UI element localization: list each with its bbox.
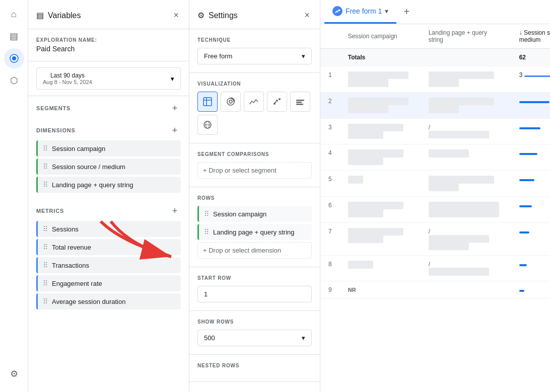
metric-item-sessions[interactable]: ⠿ Sessions xyxy=(36,221,181,237)
date-range-sub: Aug 8 - Nov 5, 2024 xyxy=(43,79,92,85)
variables-title-text: Variables xyxy=(48,11,81,20)
add-segment-button[interactable]: + xyxy=(169,102,181,114)
segment-drop-zone[interactable]: + Drop or select segment xyxy=(197,162,312,179)
campaign-cell xyxy=(340,92,421,118)
viz-bar-button[interactable] xyxy=(290,92,310,112)
drag-handle-icon: ⠿ xyxy=(43,297,48,305)
viz-line-button[interactable] xyxy=(244,92,264,112)
drag-handle-icon: ⠿ xyxy=(43,163,48,171)
segment-drop-label: + Drop or select segment xyxy=(203,167,277,174)
table-row: 2 xyxy=(320,92,550,118)
campaign-cell xyxy=(340,196,421,222)
svg-point-7 xyxy=(273,103,276,105)
landing-cell xyxy=(421,92,511,118)
metric-label: Sessions xyxy=(52,225,79,233)
nav-explore-icon[interactable] xyxy=(4,48,24,68)
tab-free-form-1[interactable]: Free form 1 ▾ xyxy=(324,0,396,24)
nav-reports-icon[interactable]: ▤ xyxy=(4,26,24,46)
data-table-container[interactable]: Session campaign Landing page + query st… xyxy=(320,24,550,392)
row-num: 8 xyxy=(320,256,340,281)
add-tab-button[interactable]: + xyxy=(398,4,415,20)
rows-label: ROWS xyxy=(197,195,312,201)
campaign-cell xyxy=(340,144,421,171)
th-row-num xyxy=(320,24,340,49)
dimension-drop-zone[interactable]: + Drop or select dimension xyxy=(197,242,312,259)
tabs-bar: Free form 1 ▾ + xyxy=(320,0,550,24)
tab-dropdown-icon[interactable]: ▾ xyxy=(385,7,388,15)
segments-label: SEGMENTS xyxy=(36,105,71,111)
svg-point-8 xyxy=(276,100,278,102)
settings-panel-header: ⚙ Settings × xyxy=(189,0,320,29)
nav-home-icon[interactable]: ⌂ xyxy=(4,4,24,24)
rows-item-session-campaign[interactable]: ⠿ Session campaign xyxy=(197,206,312,222)
rows-item-landing-page[interactable]: ⠿ Landing page + query string xyxy=(197,224,312,240)
exploration-label: EXPLORATION NAME: xyxy=(36,37,181,43)
svg-point-1 xyxy=(12,56,16,60)
row-num: 3 xyxy=(320,118,340,144)
table-row: 9 NR xyxy=(320,281,550,298)
dimension-item-session-source[interactable]: ⠿ Session source / medium xyxy=(36,159,181,175)
totals-value: 62 xyxy=(511,49,550,66)
source-cell xyxy=(511,256,550,281)
landing-cell xyxy=(421,66,511,93)
metric-item-transactions[interactable]: ⠿ Transactions xyxy=(36,257,181,273)
metric-item-engagement-rate[interactable]: ⠿ Engagement rate xyxy=(36,275,181,291)
table-row: 4 xyxy=(320,144,550,171)
rows-section: ROWS ⠿ Session campaign ⠿ Landing page +… xyxy=(189,187,320,267)
th-session-source[interactable]: ↓ Session source medium xyxy=(511,24,550,49)
variables-panel: ▤ Variables × EXPLORATION NAME: Paid Sea… xyxy=(28,0,189,392)
nav-advertising-icon[interactable]: ⬡ xyxy=(4,70,24,91)
campaign-cell xyxy=(340,66,421,93)
nested-rows-section: NESTED ROWS xyxy=(189,355,320,382)
start-row-label: START ROW xyxy=(197,275,312,281)
add-dimension-button[interactable]: + xyxy=(169,124,181,136)
date-range-label: Last 90 days xyxy=(43,72,92,79)
show-rows-section: SHOW ROWS 500 ▾ xyxy=(189,311,320,355)
rows-item-label: Session campaign xyxy=(213,210,266,218)
dimension-item-landing-page[interactable]: ⠿ Landing page + query string xyxy=(36,177,181,193)
svg-point-9 xyxy=(279,98,281,100)
metrics-header: METRICS + xyxy=(28,199,189,221)
technique-select[interactable]: Free form ▾ xyxy=(197,48,312,64)
show-rows-label: SHOW ROWS xyxy=(197,319,312,325)
viz-donut-button[interactable] xyxy=(221,92,241,112)
dimensions-label: DIMENSIONS xyxy=(36,127,76,133)
dimension-item-session-campaign[interactable]: ⠿ Session campaign xyxy=(36,140,181,156)
metric-label: Transactions xyxy=(52,262,89,269)
metrics-label: METRICS xyxy=(36,208,64,214)
start-row-section: START ROW 1 xyxy=(189,267,320,311)
start-row-input[interactable]: 1 xyxy=(197,286,312,302)
landing-cell xyxy=(421,171,511,197)
table-row: 5 xyxy=(320,171,550,197)
viz-scatter-button[interactable] xyxy=(267,92,287,112)
svg-rect-2 xyxy=(203,98,212,106)
campaign-cell xyxy=(340,118,421,144)
settings-close-button[interactable]: × xyxy=(302,8,312,23)
viz-table-button[interactable] xyxy=(197,92,218,112)
th-session-campaign[interactable]: Session campaign xyxy=(340,24,421,49)
date-range-chevron-icon: ▾ xyxy=(171,75,174,83)
settings-title-text: Settings xyxy=(209,11,238,20)
metric-item-avg-session-duration[interactable]: ⠿ Average session duration xyxy=(36,293,181,309)
exploration-name[interactable]: Paid Search xyxy=(36,45,181,53)
rows-item-label: Landing page + query string xyxy=(213,228,295,236)
svg-point-17 xyxy=(339,10,340,11)
date-range-button[interactable]: Last 90 days Aug 8 - Nov 5, 2024 ▾ xyxy=(36,67,181,90)
viz-geo-button[interactable] xyxy=(197,115,218,135)
drag-handle-icon: ⠿ xyxy=(43,144,48,152)
source-cell xyxy=(511,171,550,197)
landing-cell: / xyxy=(421,222,511,256)
nav-settings-icon[interactable]: ⚙ xyxy=(4,364,24,384)
settings-panel-title: ⚙ Settings xyxy=(197,11,238,20)
drag-handle-icon: ⠿ xyxy=(204,228,209,236)
variables-close-button[interactable]: × xyxy=(171,8,181,23)
svg-rect-13 xyxy=(296,104,303,105)
dimension-drop-label: + Drop or select dimension xyxy=(203,247,281,254)
add-metric-button[interactable]: + xyxy=(169,205,181,217)
tab-label: Free form 1 xyxy=(346,7,382,15)
th-landing-page[interactable]: Landing page + query string xyxy=(421,24,511,49)
metric-item-total-revenue[interactable]: ⠿ Total revenue xyxy=(36,239,181,255)
show-rows-select[interactable]: 500 ▾ xyxy=(197,330,312,346)
segments-section: SEGMENTS + xyxy=(28,96,189,118)
dimension-label: Session campaign xyxy=(52,145,105,152)
